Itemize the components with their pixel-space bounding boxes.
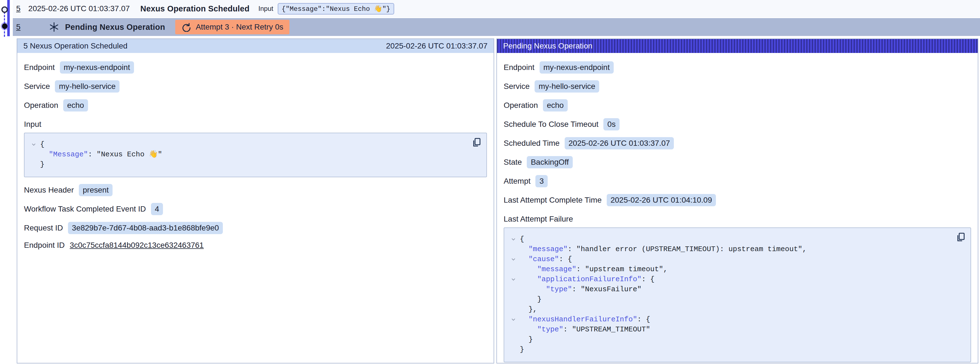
event-timestamp: 2025-02-26 UTC 01:03:37.07 bbox=[29, 4, 130, 13]
input-section-label: Input bbox=[24, 120, 487, 129]
code-text: } bbox=[520, 334, 533, 345]
field-value-badge: 2025-02-26 UTC 01:04:10.09 bbox=[607, 194, 716, 206]
code-line: }, bbox=[507, 304, 951, 315]
event-row-scheduled[interactable]: 5 2025-02-26 UTC 01:03:37.07 Nexus Opera… bbox=[13, 0, 980, 17]
field-operation: Operation echo bbox=[24, 99, 487, 112]
field-value-badge: 2025-02-26 UTC 01:03:37.07 bbox=[565, 137, 674, 149]
field-attempt: Attempt 3 bbox=[504, 175, 971, 187]
event-id-link[interactable]: 5 bbox=[16, 22, 21, 32]
code-text: "type": "UPSTREAM_TIMEOUT" bbox=[520, 324, 650, 334]
code-line: "message": "handler error (UPSTREAM_TIME… bbox=[507, 244, 951, 254]
endpoint-id-link[interactable]: 3c0c75ccfa8144b092c13ce632463761 bbox=[70, 241, 204, 250]
field-value-badge: my-nexus-endpoint bbox=[539, 61, 614, 73]
event-timeline-rail bbox=[0, 0, 13, 37]
copy-button[interactable] bbox=[955, 232, 966, 243]
field-label: State bbox=[504, 158, 522, 167]
event-detail-panels: 5 Nexus Operation Scheduled 2025-02-26 U… bbox=[17, 38, 978, 364]
field-schedule-to-close-timeout: Schedule To Close Timeout 0s bbox=[504, 118, 971, 131]
field-label: Schedule To Close Timeout bbox=[504, 120, 598, 129]
field-value-badge: 3 bbox=[535, 175, 548, 187]
code-line: "type": "NexusFailure" bbox=[507, 284, 951, 294]
copy-button[interactable] bbox=[471, 137, 482, 148]
code-text: "Message": "Nexus Echo 👋" bbox=[40, 149, 162, 160]
retry-status-badge: Attempt 3 · Next Retry 0s bbox=[175, 20, 290, 34]
field-value-badge: my-hello-service bbox=[535, 80, 599, 93]
field-service: Service my-hello-service bbox=[24, 80, 487, 93]
field-endpoint: Endpoint my-nexus-endpoint bbox=[24, 61, 487, 73]
field-state: State BackingOff bbox=[504, 156, 971, 168]
field-endpoint: Endpoint my-nexus-endpoint bbox=[504, 61, 971, 73]
code-line: "applicationFailureInfo": { bbox=[507, 274, 951, 284]
input-preview-badge: {"Message":"Nexus Echo 👋"} bbox=[278, 3, 394, 14]
pending-panel-title: Pending Nexus Operation bbox=[503, 42, 592, 50]
field-value-badge: present bbox=[79, 184, 113, 196]
copy-icon bbox=[955, 232, 966, 243]
code-text: } bbox=[520, 294, 541, 304]
retry-badge-label: Attempt 3 · Next Retry 0s bbox=[196, 22, 283, 32]
retry-icon bbox=[181, 22, 191, 32]
field-label: Endpoint bbox=[504, 63, 535, 72]
event-id-link[interactable]: 5 bbox=[16, 4, 21, 13]
collapse-caret-icon[interactable] bbox=[507, 316, 520, 322]
field-label: Endpoint ID bbox=[24, 241, 65, 250]
code-text: }, bbox=[520, 304, 537, 315]
field-value-badge: BackingOff bbox=[527, 156, 573, 168]
field-label: Attempt bbox=[504, 177, 530, 186]
code-text: { bbox=[40, 139, 45, 149]
field-label: Operation bbox=[24, 101, 58, 110]
code-line: } bbox=[507, 345, 951, 354]
code-line: } bbox=[27, 160, 467, 169]
field-label: Last Attempt Complete Time bbox=[504, 196, 602, 204]
code-text: "nexusHandlerFailureInfo": { bbox=[520, 315, 650, 324]
code-line: "type": "UPSTREAM_TIMEOUT" bbox=[507, 324, 951, 334]
field-value-badge: 3e829b7e-7d67-4b08-aad3-b1e868bfe9e0 bbox=[68, 222, 223, 234]
pending-operation-panel: Pending Nexus Operation Endpoint my-nexu… bbox=[496, 38, 978, 364]
code-line: "Message": "Nexus Echo 👋" bbox=[27, 149, 467, 160]
input-json-viewer: { "Message": "Nexus Echo 👋"} bbox=[24, 133, 487, 177]
field-operation: Operation echo bbox=[504, 99, 971, 112]
field-label: Endpoint bbox=[24, 63, 55, 72]
copy-icon bbox=[471, 137, 482, 148]
event-history-rows: 5 2025-02-26 UTC 01:03:37.07 Nexus Opera… bbox=[13, 0, 980, 36]
code-line: "cause": { bbox=[507, 254, 951, 264]
field-value-badge: echo bbox=[543, 99, 568, 112]
field-label: Workflow Task Completed Event ID bbox=[24, 204, 146, 214]
event-row-pending-selected[interactable]: 5 Pending Nexus Operation Attempt 3 · Ne… bbox=[13, 18, 980, 36]
code-text: } bbox=[520, 345, 524, 354]
field-service: Service my-hello-service bbox=[504, 80, 971, 93]
code-line: { bbox=[27, 139, 467, 149]
field-value-badge: 4 bbox=[151, 203, 163, 215]
timeline-filled-circle-icon bbox=[2, 23, 8, 29]
field-value-badge: 0s bbox=[603, 118, 619, 131]
collapse-caret-icon[interactable] bbox=[507, 276, 520, 283]
field-label: Service bbox=[24, 82, 50, 91]
field-label: Nexus Header bbox=[24, 186, 74, 195]
code-text: "applicationFailureInfo": { bbox=[520, 274, 655, 284]
code-line: "message": "upstream timeout", bbox=[507, 264, 951, 274]
collapse-caret-icon[interactable] bbox=[507, 236, 520, 242]
code-line: { bbox=[507, 234, 951, 244]
field-value-badge: my-hello-service bbox=[55, 80, 119, 93]
scheduled-panel-title: 5 Nexus Operation Scheduled bbox=[24, 42, 127, 50]
last-attempt-failure-label: Last Attempt Failure bbox=[504, 215, 971, 224]
field-label: Request ID bbox=[24, 224, 63, 232]
pending-asterisk-icon bbox=[49, 22, 59, 32]
timeline-duration-bar bbox=[7, 0, 10, 36]
code-text: "message": "upstream timeout", bbox=[520, 264, 668, 274]
field-endpoint-id: Endpoint ID 3c0c75ccfa8144b092c13ce63246… bbox=[24, 241, 487, 250]
field-nexus-header: Nexus Header present bbox=[24, 184, 487, 196]
pending-panel-body: Endpoint my-nexus-endpoint Service my-he… bbox=[497, 53, 978, 364]
code-text: } bbox=[40, 160, 45, 169]
field-value-badge: echo bbox=[63, 99, 88, 112]
code-text: "message": "handler error (UPSTREAM_TIME… bbox=[520, 244, 807, 254]
collapse-caret-icon[interactable] bbox=[27, 141, 40, 147]
field-last-attempt-complete-time: Last Attempt Complete Time 2025-02-26 UT… bbox=[504, 194, 971, 206]
code-text: { bbox=[520, 234, 524, 244]
field-request-id: Request ID 3e829b7e-7d67-4b08-aad3-b1e86… bbox=[24, 222, 487, 234]
field-label: Service bbox=[504, 82, 530, 91]
collapse-caret-icon[interactable] bbox=[507, 256, 520, 262]
scheduled-panel-body: Endpoint my-nexus-endpoint Service my-he… bbox=[17, 53, 494, 263]
scheduled-event-panel: 5 Nexus Operation Scheduled 2025-02-26 U… bbox=[17, 38, 494, 364]
code-text: "type": "NexusFailure" bbox=[520, 284, 641, 294]
code-line: } bbox=[507, 294, 951, 304]
